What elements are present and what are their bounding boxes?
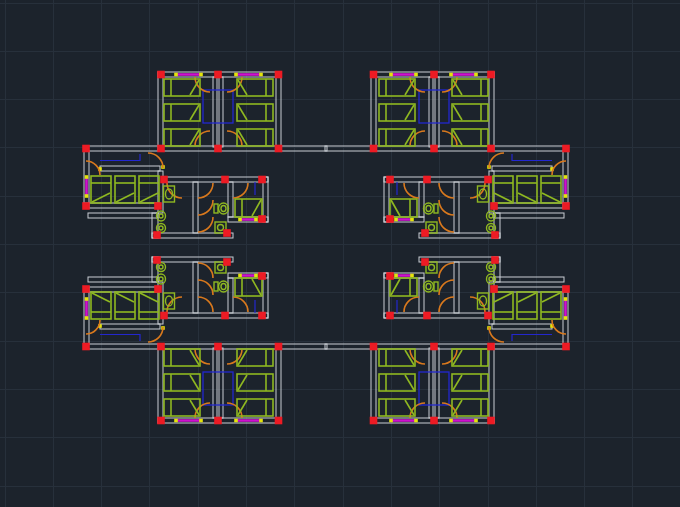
grip-handle[interactable] <box>370 71 378 79</box>
grip-handle[interactable] <box>153 256 161 264</box>
grip-handle[interactable] <box>421 258 429 266</box>
grip-handle[interactable] <box>430 343 438 351</box>
grip-handle[interactable] <box>157 145 165 153</box>
window-tick <box>174 419 178 423</box>
grip-handle[interactable] <box>275 343 283 351</box>
grip-handle[interactable] <box>386 215 394 223</box>
grip-handle[interactable] <box>386 312 394 320</box>
grip-handle[interactable] <box>157 343 165 351</box>
window-tick <box>449 73 453 77</box>
window-tick <box>259 419 263 423</box>
grip-handle[interactable] <box>275 417 283 425</box>
window-tick <box>85 175 89 179</box>
grip-handle[interactable] <box>370 417 378 425</box>
window-tick <box>85 297 89 301</box>
grip-handle[interactable] <box>214 145 222 153</box>
grip-handle[interactable] <box>562 285 570 293</box>
grip-handle[interactable] <box>258 272 266 280</box>
grip-handle[interactable] <box>221 176 229 184</box>
grip-handle[interactable] <box>153 231 161 239</box>
grip-handle[interactable] <box>421 229 429 237</box>
grip-handle[interactable] <box>487 417 495 425</box>
grip-handle[interactable] <box>491 256 499 264</box>
window-tick <box>564 175 568 179</box>
window-tick <box>199 73 203 77</box>
grip-handle[interactable] <box>370 145 378 153</box>
grip-handle[interactable] <box>430 71 438 79</box>
grip-handle[interactable] <box>82 145 90 153</box>
grip-handle[interactable] <box>430 417 438 425</box>
grip-handle[interactable] <box>370 343 378 351</box>
grip-handle[interactable] <box>487 71 495 79</box>
grip-handle[interactable] <box>223 229 231 237</box>
grip-handle[interactable] <box>154 285 162 293</box>
grip-handle[interactable] <box>562 343 570 351</box>
grip-handle[interactable] <box>82 285 90 293</box>
grip-handle[interactable] <box>223 258 231 266</box>
window-tick <box>394 218 398 222</box>
grip-handle[interactable] <box>423 176 431 184</box>
grip-handle[interactable] <box>562 202 570 210</box>
window-tick <box>238 274 242 278</box>
grip-handle[interactable] <box>275 145 283 153</box>
grip-handle[interactable] <box>484 176 492 184</box>
window-tick <box>85 194 89 198</box>
grip-handle[interactable] <box>221 312 229 320</box>
grip-handle[interactable] <box>214 343 222 351</box>
grip-handle[interactable] <box>423 312 431 320</box>
grip-handle[interactable] <box>490 202 498 210</box>
grip-handle[interactable] <box>160 312 168 320</box>
grip-handle[interactable] <box>386 272 394 280</box>
window-tick <box>174 73 178 77</box>
cad-viewport[interactable] <box>0 0 680 507</box>
window-tick <box>254 274 258 278</box>
grip-handle[interactable] <box>275 71 283 79</box>
window-tick <box>414 73 418 77</box>
window-tick <box>389 73 393 77</box>
grip-handle[interactable] <box>562 145 570 153</box>
window-tick <box>449 419 453 423</box>
window-tick <box>389 419 393 423</box>
window-tick <box>414 419 418 423</box>
window-tick <box>254 218 258 222</box>
grip-handle[interactable] <box>214 71 222 79</box>
grip-handle[interactable] <box>386 176 394 184</box>
window-tick <box>564 194 568 198</box>
window-tick <box>474 419 478 423</box>
grip-handle[interactable] <box>157 417 165 425</box>
window-tick <box>564 297 568 301</box>
grip-handle[interactable] <box>82 343 90 351</box>
window-tick <box>410 218 414 222</box>
window-tick <box>199 419 203 423</box>
window-tick <box>238 218 242 222</box>
window-tick <box>394 274 398 278</box>
window-tick <box>410 274 414 278</box>
grip-handle[interactable] <box>430 145 438 153</box>
grip-handle[interactable] <box>258 215 266 223</box>
grip-handle[interactable] <box>82 202 90 210</box>
grip-handle[interactable] <box>214 417 222 425</box>
floor-plan-canvas[interactable] <box>0 0 680 507</box>
grip-handle[interactable] <box>160 176 168 184</box>
grip-handle[interactable] <box>157 71 165 79</box>
grip-handle[interactable] <box>490 285 498 293</box>
grip-handle[interactable] <box>258 312 266 320</box>
grip-handle[interactable] <box>487 343 495 351</box>
grip-handle[interactable] <box>487 145 495 153</box>
grip-handle[interactable] <box>491 231 499 239</box>
window-tick <box>564 316 568 320</box>
window-tick <box>259 73 263 77</box>
grip-handle[interactable] <box>258 176 266 184</box>
grip-handle[interactable] <box>154 202 162 210</box>
window-tick <box>234 73 238 77</box>
window-tick <box>234 419 238 423</box>
window-tick <box>85 316 89 320</box>
window-tick <box>474 73 478 77</box>
grip-handle[interactable] <box>484 312 492 320</box>
